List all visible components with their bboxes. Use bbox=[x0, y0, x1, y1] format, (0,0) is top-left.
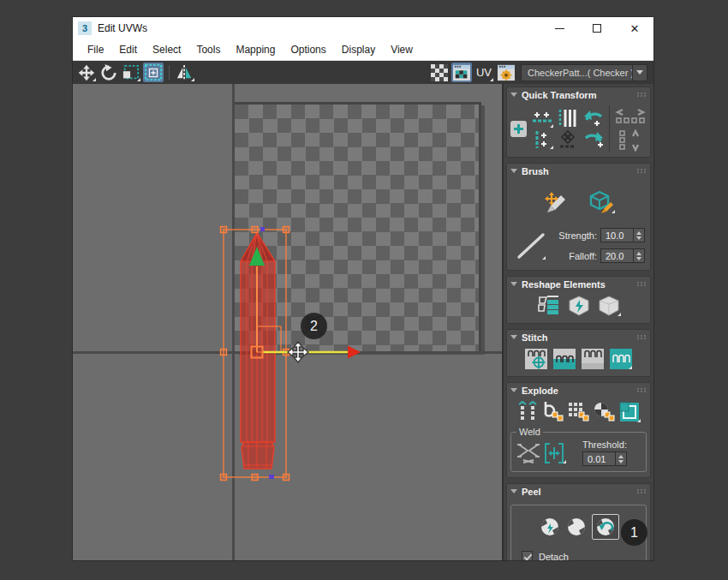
grip-icon[interactable] bbox=[637, 388, 647, 392]
pack-uvs-button[interactable] bbox=[556, 129, 580, 150]
threshold-value[interactable]: 0.01 bbox=[583, 452, 615, 465]
menu-view[interactable]: View bbox=[383, 44, 421, 56]
explode-header[interactable]: Explode bbox=[507, 383, 650, 398]
uv-canvas[interactable]: 2 bbox=[73, 84, 502, 560]
peel-reset-button[interactable] bbox=[594, 517, 617, 537]
menu-edit[interactable]: Edit bbox=[111, 44, 145, 56]
threshold-spinner[interactable]: 0.01 bbox=[582, 451, 627, 466]
flyout-indicator bbox=[550, 146, 553, 149]
show-map-icon bbox=[452, 64, 471, 81]
stitch-custom-button[interactable] bbox=[524, 348, 548, 370]
minimize-button[interactable] bbox=[540, 17, 578, 39]
collapse-icon bbox=[510, 335, 517, 339]
break-by-edges-button[interactable] bbox=[516, 401, 539, 423]
texture-selector-value: CheckerPatt...( Checker ) bbox=[522, 68, 632, 78]
align-vertical-button[interactable] bbox=[530, 129, 554, 150]
peel-mode-button[interactable] bbox=[565, 517, 588, 537]
falloff-value[interactable]: 20.0 bbox=[601, 249, 633, 262]
menu-options[interactable]: Options bbox=[283, 44, 333, 56]
detach-checkbox[interactable] bbox=[522, 551, 533, 560]
maximize-button[interactable] bbox=[578, 17, 616, 39]
spinner-arrows[interactable] bbox=[633, 249, 644, 262]
stitch-to-target-button[interactable] bbox=[552, 348, 576, 370]
render-template-icon bbox=[497, 64, 516, 81]
flyout-indicator bbox=[490, 78, 493, 81]
spinner-arrows[interactable] bbox=[633, 229, 644, 242]
weld-selected-button[interactable] bbox=[516, 442, 541, 464]
strength-value[interactable]: 10.0 bbox=[601, 229, 633, 242]
quick-peel-button[interactable] bbox=[539, 517, 561, 537]
content: 2 Quick Transform bbox=[73, 84, 653, 560]
distribute-vertical-button[interactable] bbox=[614, 129, 647, 152]
falloff-type-button[interactable] bbox=[516, 231, 546, 260]
spin-down-icon bbox=[636, 236, 641, 240]
target-weld-button[interactable] bbox=[541, 442, 567, 464]
menu-display[interactable]: Display bbox=[334, 44, 383, 56]
align-pivot-button[interactable] bbox=[510, 121, 527, 137]
stitch-to-source-button[interactable] bbox=[581, 348, 605, 370]
strength-spinner[interactable]: 10.0 bbox=[600, 228, 645, 242]
section-title: Quick Transform bbox=[522, 90, 637, 100]
distribute-vertical-icon bbox=[614, 129, 647, 152]
freeform-mode-button[interactable] bbox=[143, 63, 164, 82]
render-uv-template-button[interactable] bbox=[496, 63, 516, 82]
align-horizontal-button[interactable] bbox=[530, 108, 554, 129]
freeform-icon bbox=[144, 64, 163, 81]
dropdown-arrow-button[interactable] bbox=[632, 65, 647, 81]
relax-until-flat-button[interactable] bbox=[566, 295, 592, 317]
spinner-arrows[interactable] bbox=[615, 452, 626, 465]
quick-peel-icon bbox=[539, 517, 561, 537]
stitch-header[interactable]: Stitch bbox=[507, 330, 650, 344]
brush-buttons bbox=[512, 190, 645, 214]
toolbar-separator bbox=[169, 65, 170, 80]
rotate-ccw-button[interactable] bbox=[582, 108, 606, 129]
flyout-indicator bbox=[137, 78, 140, 81]
section-title: Explode bbox=[522, 386, 637, 396]
falloff-spinner[interactable]: 20.0 bbox=[600, 248, 645, 263]
distribute-horizontal-button[interactable] bbox=[614, 105, 647, 126]
brush-header[interactable]: Brush bbox=[507, 164, 650, 178]
grip-icon[interactable] bbox=[637, 282, 647, 286]
relax-brush-button[interactable] bbox=[588, 190, 616, 214]
flatten-by-material-id-button[interactable] bbox=[567, 401, 590, 423]
menu-mapping[interactable]: Mapping bbox=[228, 44, 283, 56]
flatten-by-polygon-button[interactable] bbox=[593, 401, 616, 423]
reshape-header[interactable]: Reshape Elements bbox=[507, 277, 650, 291]
grip-icon[interactable] bbox=[637, 489, 647, 493]
menu-tools[interactable]: Tools bbox=[188, 44, 228, 56]
rotate-cw-icon bbox=[582, 129, 606, 150]
move-brush-button[interactable] bbox=[542, 190, 570, 214]
section-title: Peel bbox=[522, 487, 637, 497]
flatten-custom-button[interactable] bbox=[618, 401, 641, 423]
scale-tool-button[interactable] bbox=[121, 63, 141, 82]
gizmo-x-arrow[interactable] bbox=[348, 346, 361, 359]
grip-icon[interactable] bbox=[637, 169, 647, 173]
move-tool-button[interactable] bbox=[76, 63, 97, 82]
weld-selected-icon bbox=[516, 442, 541, 464]
rotate-tool-button[interactable] bbox=[98, 63, 119, 82]
menu-select[interactable]: Select bbox=[145, 44, 188, 56]
straighten-element-button[interactable] bbox=[536, 295, 562, 317]
uv-channel-dropdown[interactable]: UV bbox=[474, 63, 494, 82]
spin-down-icon bbox=[618, 460, 624, 463]
grip-icon[interactable] bbox=[637, 335, 647, 339]
spin-down-icon bbox=[636, 257, 641, 260]
texture-selector-dropdown[interactable]: CheckerPatt...( Checker ) bbox=[521, 64, 647, 81]
rotate-cw-button[interactable] bbox=[582, 129, 606, 150]
flyout-indicator bbox=[191, 78, 194, 81]
flatten-by-smoothing-group-button[interactable] bbox=[541, 401, 564, 423]
peel-header[interactable]: Peel bbox=[507, 484, 650, 499]
grip-icon[interactable] bbox=[637, 93, 647, 97]
quick-transform-header[interactable]: Quick Transform bbox=[507, 87, 650, 102]
stitch-selected-button[interactable] bbox=[609, 348, 633, 370]
flyout-indicator bbox=[629, 366, 632, 369]
break-by-edges-icon bbox=[516, 401, 539, 423]
relax-button[interactable] bbox=[596, 295, 622, 317]
close-button[interactable]: ✕ bbox=[616, 17, 653, 39]
menu-file[interactable]: File bbox=[80, 44, 111, 56]
mirror-tool-button[interactable] bbox=[175, 63, 195, 82]
show-map-toggle[interactable] bbox=[451, 63, 472, 82]
straighten-selection-button[interactable] bbox=[556, 108, 580, 129]
checker-pattern-toggle[interactable] bbox=[429, 63, 450, 82]
peel-mode-icon bbox=[565, 517, 588, 537]
